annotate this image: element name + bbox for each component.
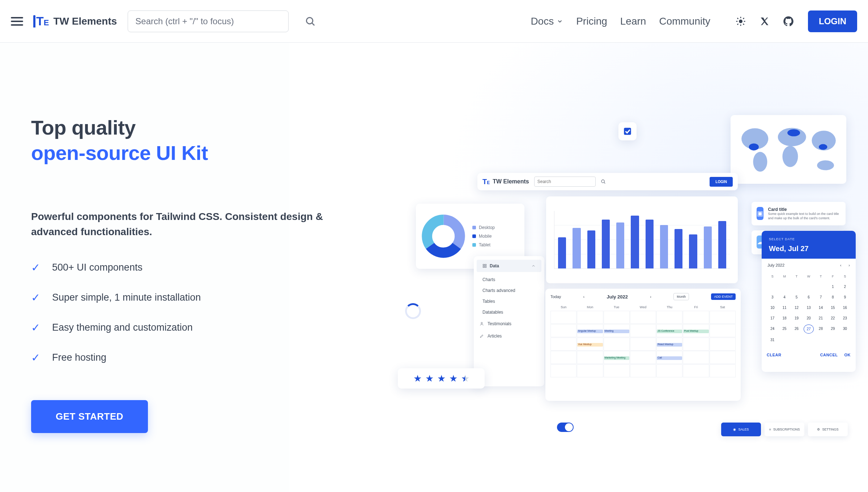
datepicker-day[interactable]: 17 [767,314,777,322]
datepicker-day[interactable]: 3 [767,293,777,301]
datepicker-day[interactable]: 21 [816,314,826,322]
datepicker-day[interactable]: 24 [767,325,777,334]
calendar-cell[interactable] [550,364,576,377]
calendar-cell[interactable] [550,311,576,324]
calendar-cell[interactable]: Call [656,351,682,364]
datepicker-cancel-button[interactable]: CANCEL [820,353,838,357]
calendar-cell[interactable] [710,311,736,324]
calendar-cell[interactable] [604,311,630,324]
calendar-cell[interactable] [710,364,736,377]
calendar-cell[interactable] [683,364,709,377]
datepicker-day[interactable]: 18 [779,314,789,322]
datepicker-day[interactable]: 11 [779,304,789,312]
datepicker-day[interactable]: 23 [840,314,850,322]
calendar-cell[interactable] [683,311,709,324]
nav-docs[interactable]: Docs [531,16,563,27]
calendar-cell[interactable]: JS Conference [656,324,682,337]
calendar-cell[interactable] [630,324,656,337]
login-button[interactable]: LOGIN [808,10,857,32]
sidebar-section-testimonials[interactable]: Testimonials [474,318,544,330]
datepicker-day[interactable]: 26 [792,325,801,334]
calendar-prev-icon[interactable]: ‹ [583,294,585,299]
calendar-cell[interactable] [550,324,576,337]
star-rating[interactable]: ★ ★ ★ ★ ★ ★ [398,368,485,389]
datepicker-day[interactable]: 28 [816,325,826,334]
calendar-cell[interactable] [550,351,576,364]
datepicker-next-icon[interactable]: › [848,263,850,267]
datepicker-day[interactable]: 4 [779,293,789,301]
calendar-cell[interactable] [710,351,736,364]
calendar-cell[interactable] [577,351,603,364]
datepicker-day[interactable]: 10 [767,304,777,312]
search-icon[interactable] [303,14,318,29]
calendar-cell[interactable] [577,311,603,324]
calendar-cell[interactable] [630,351,656,364]
calendar-cell[interactable]: Angular Meetup [577,324,603,337]
sidebar-item[interactable]: Charts [474,274,544,285]
sidebar-section-articles[interactable]: Articles [474,330,544,342]
calendar-cell[interactable] [683,338,709,351]
calendar-cell[interactable] [683,351,709,364]
datepicker-day[interactable]: 29 [828,325,838,334]
datepicker-day[interactable]: 1 [828,283,838,291]
toggle-switch[interactable] [557,423,574,432]
calendar-today-btn[interactable]: Today [550,294,561,299]
datepicker-day[interactable]: 20 [804,314,813,322]
sidebar-item[interactable]: Datatables [474,307,544,318]
menu-toggle-icon[interactable] [11,17,25,26]
nav-pricing[interactable]: Pricing [576,16,607,27]
calendar-cell[interactable] [577,364,603,377]
theme-toggle-icon[interactable] [734,15,747,28]
calendar-cell[interactable] [630,364,656,377]
pill-subscriptions[interactable]: ≡SUBSCRIPTIONS [765,423,804,436]
calendar-cell[interactable]: Marketing Meeting [604,351,630,364]
datepicker-day[interactable]: 25 [779,325,789,334]
info-card[interactable]: ▣ Card title Some quick example text to … [752,202,846,225]
search-input[interactable] [128,10,289,32]
pill-settings[interactable]: ⚙SETTINGS [808,423,848,436]
calendar-add-event-button[interactable]: ADD EVENT [711,293,736,300]
nav-learn[interactable]: Learn [620,16,646,27]
sidebar-head-data[interactable]: Data [477,260,541,272]
datepicker-day[interactable]: 30 [840,325,850,334]
datepicker-day[interactable]: 13 [804,304,813,312]
calendar-cell[interactable]: Post Meetup [683,324,709,337]
datepicker-day[interactable]: 12 [792,304,801,312]
datepicker-day[interactable]: 5 [792,293,801,301]
github-icon[interactable] [782,15,795,28]
calendar-cell[interactable] [656,364,682,377]
calendar-cell[interactable] [630,338,656,351]
datepicker-day[interactable]: 15 [828,304,838,312]
datepicker-day[interactable]: 14 [816,304,826,312]
datepicker-prev-icon[interactable]: ‹ [840,263,842,267]
get-started-button[interactable]: GET STARTED [31,400,148,433]
mini-search-input[interactable] [534,177,596,187]
calendar-cell[interactable] [710,324,736,337]
datepicker-day[interactable]: 8 [828,293,838,301]
datepicker-day[interactable]: 19 [792,314,801,322]
datepicker-day[interactable]: 22 [828,314,838,322]
pill-sales[interactable]: ◉SALES [721,423,761,436]
datepicker-day[interactable]: 16 [840,304,850,312]
calendar-cell[interactable]: Vue Meetup [577,338,603,351]
calendar-view-select[interactable]: Month [673,293,689,300]
calendar-cell[interactable] [630,311,656,324]
nav-community[interactable]: Community [659,16,710,27]
calendar-cell[interactable] [604,364,630,377]
sidebar-item[interactable]: Charts advanced [474,285,544,296]
calendar-cell[interactable] [604,338,630,351]
datepicker-day[interactable]: 31 [767,336,777,344]
datepicker-day[interactable]: 27 [804,325,813,334]
x-twitter-icon[interactable] [758,15,771,28]
datepicker-day[interactable]: 9 [840,293,850,301]
calendar-cell[interactable] [710,338,736,351]
calendar-cell[interactable]: React Meetup [656,338,682,351]
calendar-cell[interactable]: Meeting [604,324,630,337]
mini-search-icon[interactable] [601,179,606,184]
datepicker-clear-button[interactable]: CLEAR [767,353,781,357]
calendar-cell[interactable] [656,311,682,324]
datepicker-ok-button[interactable]: OK [844,353,851,357]
calendar-next-icon[interactable]: › [650,294,651,299]
calendar-cell[interactable] [550,338,576,351]
datepicker-day[interactable]: 7 [816,293,826,301]
